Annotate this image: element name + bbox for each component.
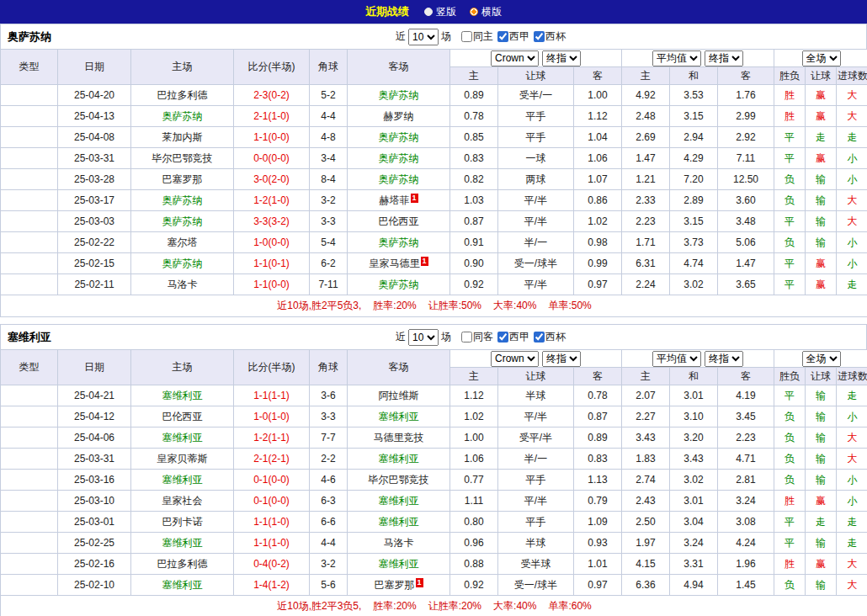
checkbox-input[interactable] (461, 332, 472, 343)
team-link[interactable]: 塞维利亚 (379, 453, 419, 465)
team-link[interactable]: 巴塞罗那 (162, 173, 203, 185)
avg-away-odds-cell: 3.08 (718, 512, 774, 533)
odds-source-select[interactable]: 终指 (705, 50, 743, 66)
odds-source-select[interactable]: 平均值 (652, 351, 701, 367)
filter-checkbox[interactable]: 西甲 (493, 29, 529, 44)
team-link[interactable]: 奥萨苏纳 (162, 194, 203, 206)
team-link[interactable]: 奥萨苏纳 (379, 236, 419, 248)
league-cell: 西甲 (1, 427, 58, 449)
team-link[interactable]: 巴拉多利德 (157, 558, 208, 570)
date-cell: 25-03-31 (58, 148, 131, 169)
checkbox-input[interactable] (534, 332, 545, 343)
layout-mode-option[interactable]: 横版 (470, 5, 502, 19)
score-cell: 1-1(1-0) (234, 533, 310, 554)
team-link[interactable]: 巴塞罗那 (375, 579, 415, 591)
team-link[interactable]: 马洛卡 (384, 537, 414, 549)
odds-source-select[interactable]: Crown (491, 50, 539, 66)
checkbox-input[interactable] (461, 31, 472, 42)
corner-cell: 4-4 (310, 533, 348, 554)
league-cell: 西甲 (1, 148, 58, 169)
team-link[interactable]: 巴伦西亚 (379, 215, 419, 227)
score-cell: 1-4(1-2) (234, 575, 310, 596)
odds-source-select[interactable]: 终指 (705, 351, 743, 367)
score-cell: 1-1(1-1) (234, 385, 310, 406)
away-team-cell: 塞维利亚 (348, 512, 450, 533)
avg-away-odds-cell: 3.60 (718, 190, 774, 211)
checkbox-input[interactable] (497, 31, 508, 42)
corner-cell: 4-6 (310, 470, 348, 491)
team-link[interactable]: 塞维利亚 (162, 537, 203, 549)
odds-source-select[interactable]: 平均值 (652, 50, 701, 66)
red-card-badge: 1 (421, 257, 428, 266)
handicap-line-cell: 平手 (498, 512, 574, 533)
result-goals-cell: 小 (837, 169, 867, 190)
corner-cell: 3-3 (310, 211, 348, 232)
odds-source-select[interactable]: 全场 (802, 351, 841, 367)
odds-group-header: Crown终指 (450, 350, 622, 368)
team-link[interactable]: 阿拉维斯 (379, 390, 419, 401)
date-cell: 25-03-03 (58, 211, 131, 232)
layout-mode-option[interactable]: 竖版 (424, 5, 456, 19)
result-handicap-cell: 输 (806, 169, 837, 190)
result-handicap-cell: 走 (806, 512, 837, 533)
team-link[interactable]: 塞维利亚 (162, 390, 203, 401)
team-link[interactable]: 奥萨苏纳 (379, 131, 419, 143)
team-link[interactable]: 奥萨苏纳 (379, 279, 419, 290)
avg-draw-odds-cell: 3.02 (670, 470, 718, 491)
corner-cell: 5-6 (310, 575, 348, 596)
odds-source-select[interactable]: 终指 (542, 50, 581, 66)
team-link[interactable]: 毕尔巴鄂竞技 (369, 474, 429, 486)
team-link[interactable]: 塞维利亚 (379, 516, 419, 528)
team-link[interactable]: 巴伦西亚 (162, 411, 203, 422)
team-link[interactable]: 赫罗纳 (384, 110, 414, 122)
team-link[interactable]: 赫塔菲 (380, 194, 410, 206)
team-link[interactable]: 奥萨苏纳 (162, 258, 203, 269)
team-link[interactable]: 塞维利亚 (162, 432, 203, 443)
odds-source-select[interactable]: 终指 (542, 351, 581, 367)
result-winloss-cell: 负 (774, 232, 806, 253)
handicap-line-cell: 受平/半 (498, 427, 574, 449)
team-link[interactable]: 皇家马德里 (370, 258, 420, 269)
team-link[interactable]: 塞维利亚 (379, 495, 419, 507)
team-link[interactable]: 巴列卡诺 (162, 516, 203, 528)
team-link[interactable]: 塞尔塔 (168, 236, 198, 248)
handicap-home-odds-cell: 0.90 (450, 253, 498, 274)
filter-checkbox[interactable]: 西杯 (529, 330, 566, 344)
team-link[interactable]: 奥萨苏纳 (379, 89, 419, 101)
filter-checkbox[interactable]: 同客 (457, 330, 493, 344)
team-link[interactable]: 莱加内斯 (162, 131, 203, 143)
filter-checkboxes: 同客西甲西杯 (457, 330, 566, 344)
team-link[interactable]: 奥萨苏纳 (379, 152, 419, 164)
avg-home-odds-cell: 2.27 (622, 406, 670, 427)
away-team-cell: 塞维利亚 (348, 449, 450, 470)
team-link[interactable]: 马洛卡 (168, 279, 198, 290)
team-link[interactable]: 奥萨苏纳 (162, 215, 203, 227)
filter-checkbox[interactable]: 西甲 (493, 330, 529, 344)
filter-checkbox[interactable]: 同主 (457, 29, 493, 44)
red-card-badge: 1 (411, 194, 418, 203)
team-link[interactable]: 毕尔巴鄂竞技 (152, 152, 213, 164)
team-link[interactable]: 塞维利亚 (162, 474, 203, 486)
match-count-select[interactable]: 10 (408, 329, 439, 346)
team-link[interactable]: 塞维利亚 (379, 558, 419, 570)
odds-source-select[interactable]: Crown (491, 351, 539, 367)
checkbox-input[interactable] (534, 31, 545, 42)
team-link[interactable]: 皇家贝蒂斯 (157, 453, 208, 465)
team-link[interactable]: 塞维利亚 (379, 411, 419, 422)
odds-source-select[interactable]: 全场 (802, 50, 841, 66)
team-link[interactable]: 马德里竞技 (374, 432, 424, 443)
team-link[interactable]: 皇家社会 (162, 495, 203, 507)
match-count-select[interactable]: 10 (408, 29, 439, 45)
team-link[interactable]: 奥萨苏纳 (379, 173, 419, 185)
team-link[interactable]: 巴拉多利德 (157, 89, 208, 101)
avg-home-odds-cell: 2.43 (622, 491, 670, 512)
column-subheader: 进球数 (837, 67, 867, 85)
table-body: 西甲25-04-21塞维利亚1-1(1-1)3-6阿拉维斯1.12半球0.782… (1, 385, 867, 596)
match-row: 西甲25-04-06塞维利亚1-2(1-1)7-7马德里竞技1.00受平/半0.… (1, 427, 867, 449)
avg-home-odds-cell: 3.43 (622, 427, 670, 449)
filter-checkbox[interactable]: 西杯 (529, 29, 566, 44)
date-cell: 25-04-08 (58, 127, 131, 148)
checkbox-input[interactable] (497, 332, 508, 343)
team-link[interactable]: 奥萨苏纳 (162, 110, 203, 122)
team-link[interactable]: 塞维利亚 (162, 579, 203, 591)
